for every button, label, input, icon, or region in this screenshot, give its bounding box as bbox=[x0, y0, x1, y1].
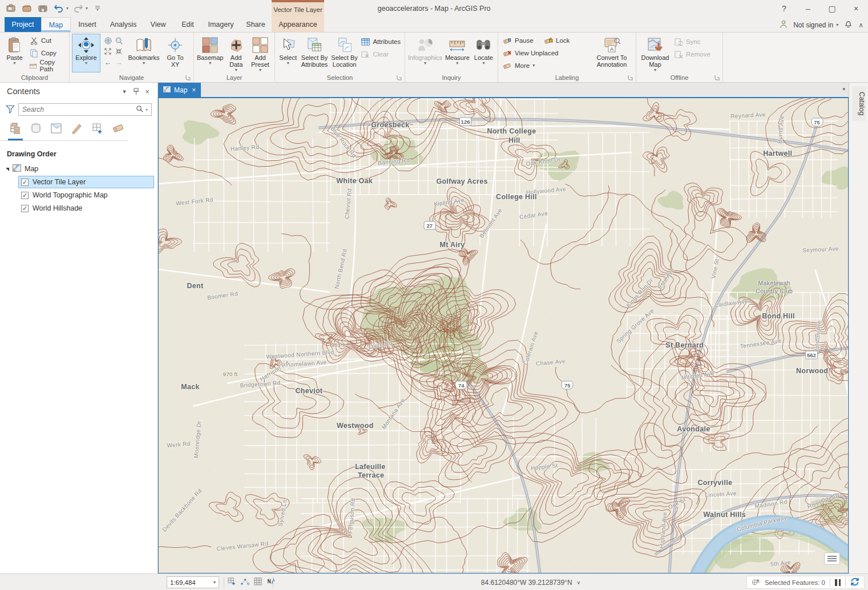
select-by-attributes-button[interactable]: Select By Attributes bbox=[300, 34, 329, 72]
undo-button[interactable] bbox=[53, 2, 65, 14]
cut-button[interactable]: Cut bbox=[28, 35, 67, 46]
undo-dropdown[interactable]: ▾ bbox=[66, 6, 68, 11]
navigate-dialog-launcher[interactable] bbox=[185, 75, 191, 80]
close-view-icon[interactable]: × bbox=[192, 86, 196, 94]
close-pane-icon[interactable]: × bbox=[142, 86, 153, 97]
scale-dropdown[interactable]: ▾ bbox=[213, 580, 216, 585]
convert-to-annotation-button[interactable]: A Convert To Annotation bbox=[593, 34, 631, 72]
infographics-button[interactable]: Infographics▾ bbox=[407, 34, 443, 72]
new-project-icon[interactable] bbox=[5, 2, 17, 14]
layer-row-world-topographic[interactable]: ✓ World Topographic Map bbox=[18, 189, 154, 201]
full-extent-icon[interactable] bbox=[103, 35, 113, 46]
expander-icon[interactable] bbox=[6, 168, 9, 171]
previous-extent-icon[interactable]: ← bbox=[103, 57, 113, 67]
clear-selection-button[interactable]: Clear bbox=[360, 49, 402, 60]
pause-drawing-icon[interactable] bbox=[835, 579, 841, 586]
add-preset-button[interactable]: Add Preset▾ bbox=[248, 34, 272, 73]
tab-insert[interactable]: Insert bbox=[71, 17, 104, 32]
map-canvas-area[interactable]: GroesbeckNorth CollegeHillWhite OakGolfw… bbox=[158, 97, 849, 573]
list-by-data-source-icon[interactable] bbox=[29, 122, 43, 140]
download-map-button[interactable]: Download Map▾ bbox=[639, 34, 672, 73]
layer-row-vector-tile[interactable]: ✓ Vector Tile Layer bbox=[18, 176, 154, 188]
layer-checkbox[interactable]: ✓ bbox=[21, 205, 29, 212]
layer-checkbox[interactable]: ✓ bbox=[21, 179, 29, 186]
collapse-ribbon-icon[interactable]: ∧ bbox=[858, 21, 863, 29]
labeling-more-button[interactable]: More▾ bbox=[500, 60, 592, 71]
map-view-tab[interactable]: Map × bbox=[158, 83, 201, 97]
select-button[interactable]: Select▾ bbox=[277, 34, 298, 72]
tree-node-map[interactable]: Map bbox=[0, 163, 158, 175]
measure-button[interactable]: Measure▾ bbox=[444, 34, 471, 72]
filter-icon[interactable] bbox=[6, 104, 15, 115]
labeling-pause-button[interactable]: Pause bbox=[500, 35, 542, 46]
coords-dropdown[interactable]: ∨ bbox=[577, 580, 581, 585]
locate-button[interactable]: Locate▾ bbox=[472, 34, 495, 72]
list-by-editing-icon[interactable] bbox=[70, 122, 84, 140]
map-overlay-widget[interactable] bbox=[824, 552, 840, 565]
tab-list-dropdown[interactable]: ▾ bbox=[842, 86, 845, 92]
view-unplaced-button[interactable]: View Unplaced bbox=[500, 47, 592, 59]
remove-button[interactable]: Remove bbox=[673, 49, 712, 60]
redo-dropdown[interactable]: ▾ bbox=[86, 6, 88, 11]
tab-analysis[interactable]: Analysis bbox=[104, 17, 143, 32]
pane-menu-dropdown[interactable]: ▾ bbox=[119, 86, 130, 97]
pin-icon[interactable] bbox=[130, 86, 142, 97]
minimize-button[interactable]: – bbox=[796, 0, 820, 17]
contents-search[interactable]: ▾ bbox=[18, 103, 152, 116]
list-by-selection-icon[interactable] bbox=[49, 122, 64, 140]
paste-button[interactable]: Paste▾ bbox=[2, 34, 27, 72]
snapping-toggle-icon[interactable] bbox=[228, 577, 236, 587]
add-data-button[interactable]: Add Data▾ bbox=[225, 34, 247, 73]
coordinates-readout[interactable]: 84.6120480°W 39.2128739°N ∨ bbox=[457, 576, 605, 588]
notifications-bell-icon[interactable] bbox=[844, 19, 853, 30]
selected-features-count[interactable]: Selected Features: 0 bbox=[765, 579, 825, 586]
layer-checkbox[interactable]: ✓ bbox=[21, 192, 29, 199]
search-options-dropdown[interactable]: ▾ bbox=[146, 107, 148, 112]
offline-dialog-launcher[interactable] bbox=[714, 75, 720, 80]
attributes-button[interactable]: Attributes bbox=[360, 36, 402, 47]
tab-project[interactable]: Project bbox=[5, 17, 41, 32]
maximize-button[interactable]: ▢ bbox=[820, 0, 844, 17]
fixed-zoom-in-icon[interactable] bbox=[103, 46, 113, 56]
refresh-icon[interactable] bbox=[850, 577, 859, 587]
tab-share[interactable]: Share bbox=[240, 17, 272, 32]
selection-dialog-launcher[interactable] bbox=[397, 75, 402, 80]
tab-map[interactable]: Map bbox=[41, 17, 71, 32]
signin-dropdown[interactable]: ▾ bbox=[836, 22, 838, 27]
next-extent-icon[interactable]: → bbox=[114, 57, 124, 67]
map-scale-combo[interactable]: 1:69,484 ▾ bbox=[167, 576, 219, 588]
bookmarks-button[interactable]: Bookmarks▾ bbox=[126, 34, 162, 72]
fixed-zoom-out-icon[interactable] bbox=[114, 46, 124, 56]
explore-button[interactable]: Explore▾ bbox=[72, 34, 100, 72]
map-canvas[interactable] bbox=[159, 98, 848, 573]
open-project-icon[interactable] bbox=[21, 2, 33, 14]
layer-row-world-hillshade[interactable]: ✓ World Hillshade bbox=[18, 202, 154, 215]
tab-edit[interactable]: Edit bbox=[173, 17, 202, 32]
sketch-tool-icon[interactable] bbox=[241, 577, 249, 587]
help-button[interactable]: ? bbox=[772, 0, 796, 17]
tab-appearance[interactable]: Appearance bbox=[272, 17, 324, 32]
labeling-lock-button[interactable]: Lock bbox=[542, 35, 571, 46]
labeling-dialog-launcher[interactable] bbox=[628, 75, 633, 80]
go-to-xy-button[interactable]: Go To XY bbox=[163, 34, 188, 72]
catalog-tab[interactable]: Catalog bbox=[852, 86, 866, 121]
list-by-snapping-icon[interactable] bbox=[90, 122, 105, 140]
copy-button[interactable]: Copy bbox=[28, 47, 67, 59]
basemap-button[interactable]: Basemap▾ bbox=[196, 34, 224, 73]
list-by-labeling-icon[interactable] bbox=[111, 122, 126, 140]
select-by-location-button[interactable]: Select By Location bbox=[330, 34, 359, 72]
redo-button[interactable] bbox=[72, 2, 84, 14]
signin-status[interactable]: Not signed in bbox=[793, 21, 833, 29]
list-by-drawing-order-icon[interactable] bbox=[8, 122, 23, 140]
close-button[interactable]: × bbox=[844, 0, 868, 17]
zoom-selection-icon[interactable] bbox=[114, 35, 124, 46]
grid-toggle-icon[interactable] bbox=[254, 577, 262, 587]
north-arrow-icon[interactable] bbox=[267, 577, 275, 587]
save-project-icon[interactable] bbox=[37, 2, 49, 14]
tab-imagery[interactable]: Imagery bbox=[202, 17, 240, 32]
sync-button[interactable]: Sync bbox=[673, 36, 712, 47]
search-input[interactable] bbox=[22, 106, 136, 114]
search-icon[interactable] bbox=[136, 105, 143, 114]
tab-view[interactable]: View bbox=[143, 17, 173, 32]
copy-path-button[interactable]: Copy Path bbox=[28, 60, 67, 71]
